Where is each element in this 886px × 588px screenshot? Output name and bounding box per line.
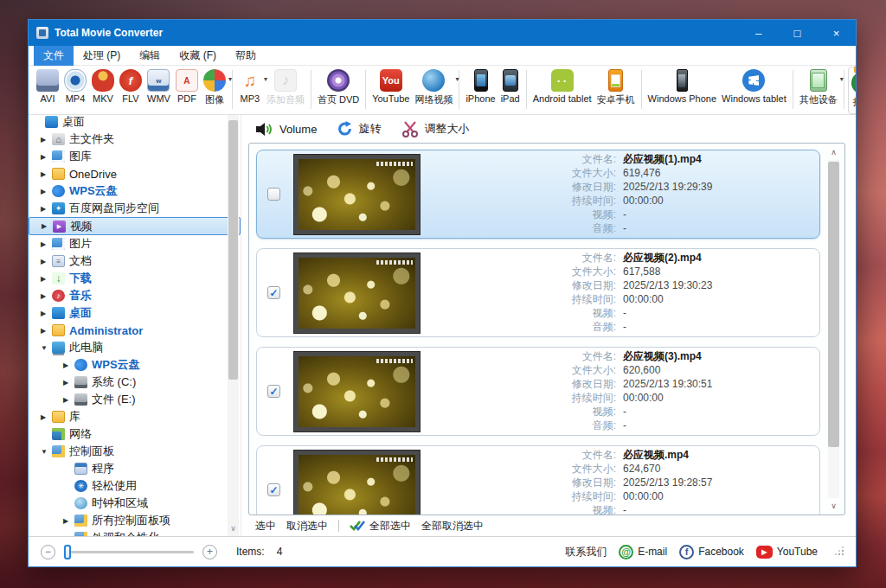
sidebar-item-home[interactable]: ⌂ 主文件夹 xyxy=(29,131,241,148)
youtube-icon: You xyxy=(380,69,402,92)
facebook-icon: f xyxy=(679,545,694,559)
convert-pdf-button[interactable]: A PDF xyxy=(173,68,201,114)
file-card[interactable]: ✓ 文件名: 必应视频(3).mp4 文件大小: 620,600 修改日期: 2… xyxy=(256,347,820,436)
sidebar-item-drive-c[interactable]: 系统 (C:) xyxy=(29,374,241,391)
sidebar-item-programs[interactable]: 程序 xyxy=(29,460,241,477)
file-video-info: - xyxy=(620,208,809,221)
sidebar-scrollbar[interactable]: ∨ xyxy=(228,115,239,536)
sidebar-item-documents[interactable]: ≡ 文档 xyxy=(29,252,241,270)
uncheck-all-button[interactable]: 全部取消选中 xyxy=(421,519,484,534)
check-all-button[interactable]: 全部选中 xyxy=(350,519,411,534)
volume-button[interactable]: Volume xyxy=(255,122,317,137)
computer-icon xyxy=(52,342,65,354)
zoom-in-button[interactable]: + xyxy=(202,545,217,559)
scroll-up-icon[interactable]: ∧ xyxy=(826,146,841,158)
report-button[interactable]: PRO ▦ 报告 xyxy=(848,67,856,114)
menu-edit[interactable]: 编辑 xyxy=(130,46,170,66)
sidebar-scrollbar-thumb[interactable] xyxy=(228,120,238,380)
file-card[interactable]: ✓ 文件名: 必应视频.mp4 文件大小: 624,670 修改日期: 2025… xyxy=(256,445,820,515)
sidebar-item-administrator[interactable]: Administrator xyxy=(29,322,241,339)
sidebar-item-onedrive[interactable]: OneDrive xyxy=(29,165,241,182)
resize-button[interactable]: 调整大小 xyxy=(401,120,469,137)
menu-process[interactable]: 处理 (P) xyxy=(74,46,130,66)
resize-grip[interactable] xyxy=(837,548,844,555)
chevron-right-icon xyxy=(41,258,52,265)
sidebar-item-libraries[interactable]: 库 xyxy=(29,408,241,425)
close-button[interactable]: × xyxy=(817,20,856,46)
titlebar: Total Movie Converter – □ × xyxy=(29,20,856,46)
list-scrollbar[interactable]: ∧ ∨ xyxy=(826,146,841,512)
convert-mp4-button[interactable]: MP4 xyxy=(61,68,89,114)
sidebar-item-network[interactable]: 网络 xyxy=(29,425,241,443)
windows-phone-button[interactable]: Windows Phone xyxy=(645,68,720,114)
convert-mp3-button[interactable]: ♫ ▾ MP3 xyxy=(236,68,264,114)
checkbox-checked[interactable]: ✓ xyxy=(267,483,280,496)
chevron-right-icon xyxy=(41,136,52,144)
facebook-link[interactable]: f Facebook xyxy=(679,545,744,559)
sidebar-item-clock-region[interactable]: 时钟和区域 xyxy=(29,495,241,512)
checkbox-checked[interactable]: ✓ xyxy=(267,385,280,398)
iphone-button[interactable]: iPhone xyxy=(463,68,498,114)
web-video-button[interactable]: ▾ 网络视频 xyxy=(412,68,455,114)
sidebar-item-gallery[interactable]: 图库 xyxy=(29,148,241,165)
control-panel-icon xyxy=(52,445,65,457)
chevron-right-icon xyxy=(41,310,52,317)
menu-file[interactable]: 文件 xyxy=(34,46,74,66)
sidebar-item-music[interactable]: ♪ 音乐 xyxy=(29,287,241,304)
sidebar-item-desktop[interactable]: 桌面 xyxy=(29,304,241,322)
add-audio-button[interactable]: ♪ 添加音频 xyxy=(264,68,307,114)
convert-avi-button[interactable]: AVI xyxy=(34,68,61,114)
scroll-down-icon[interactable]: ∨ xyxy=(228,524,239,533)
chevron-right-icon xyxy=(63,517,74,525)
sidebar-item-desktop-root[interactable]: 桌面 xyxy=(29,115,241,131)
minimize-button[interactable]: – xyxy=(739,20,778,46)
convert-wmv-button[interactable]: w WMV xyxy=(144,68,173,114)
sidebar-item-ease-of-access[interactable]: ✳ 轻松使用 xyxy=(29,477,241,495)
checkbox-checked[interactable]: ✓ xyxy=(267,286,280,299)
email-link[interactable]: @ E-mail xyxy=(619,545,667,559)
sidebar-item-downloads[interactable]: ↓ 下载 xyxy=(29,270,241,287)
sidebar-item-videos[interactable]: ▶ 视频 xyxy=(29,217,241,235)
desktop-icon xyxy=(45,116,58,128)
zoom-out-button[interactable]: − xyxy=(41,545,55,559)
sidebar-item-baidu-sync[interactable]: ✦ 百度网盘同步空间 xyxy=(29,200,241,217)
youtube-button[interactable]: You YouTube xyxy=(369,68,412,114)
convert-mkv-button[interactable]: MKV xyxy=(89,68,117,114)
android-tablet-button[interactable]: Android tablet xyxy=(530,68,594,114)
checkbox-unchecked[interactable] xyxy=(267,188,280,201)
file-card[interactable]: 文件名: 必应视频(1).mp4 文件大小: 619,476 修改日期: 202… xyxy=(256,150,820,239)
contact-us-link[interactable]: 联系我们 xyxy=(565,545,607,559)
youtube-link[interactable]: ▶ YouTube xyxy=(756,546,818,559)
email-icon: @ xyxy=(619,545,633,559)
rotate-button[interactable]: 旋转 xyxy=(337,121,381,137)
chevron-right-icon xyxy=(41,327,52,335)
file-date: 2025/2/13 19:29:39 xyxy=(620,181,809,194)
convert-image-button[interactable]: ▾ 图像 xyxy=(201,68,228,114)
select-button[interactable]: 选中 xyxy=(255,519,276,534)
sidebar-item-all-control-panel[interactable]: 所有控制面板项 xyxy=(29,512,241,529)
sidebar-item-wps-cloud-pc[interactable]: WPS云盘 xyxy=(29,356,241,374)
list-scrollbar-thumb[interactable] xyxy=(828,162,839,447)
menu-help[interactable]: 帮助 xyxy=(226,46,266,66)
menu-favorites[interactable]: 收藏 (F) xyxy=(170,46,226,66)
sidebar-item-appearance[interactable]: 外观和个性化 xyxy=(29,529,241,536)
ipad-button[interactable]: iPad xyxy=(498,68,523,114)
maximize-button[interactable]: □ xyxy=(778,20,817,46)
sidebar-item-pictures[interactable]: 图片 xyxy=(29,235,241,252)
file-card[interactable]: ✓ 文件名: 必应视频(2).mp4 文件大小: 617,588 修改日期: 2… xyxy=(256,248,820,337)
hard-drive-icon xyxy=(74,376,87,388)
scroll-down-icon[interactable]: ∨ xyxy=(826,500,841,512)
zoom-slider[interactable] xyxy=(64,551,194,553)
sidebar-item-this-pc[interactable]: 此电脑 xyxy=(29,339,241,356)
sidebar-item-wps-cloud[interactable]: WPS云盘 xyxy=(29,182,241,200)
windows-tablet-button[interactable]: Windows tablet xyxy=(719,68,789,114)
convert-flv-button[interactable]: f FLV xyxy=(117,68,144,114)
deselect-button[interactable]: 取消选中 xyxy=(286,519,328,534)
other-devices-button[interactable]: ▾ 其他设备 xyxy=(797,68,840,114)
dvd-button[interactable]: 首页 DVD xyxy=(315,68,362,114)
sidebar-item-control-panel[interactable]: 控制面板 xyxy=(29,443,241,460)
android-phone-button[interactable]: 安卓手机 xyxy=(594,68,638,114)
android-robot-icon xyxy=(551,69,574,92)
sidebar-item-drive-e[interactable]: 文件 (E:) xyxy=(29,391,241,408)
zoom-slider-handle[interactable] xyxy=(64,545,71,559)
